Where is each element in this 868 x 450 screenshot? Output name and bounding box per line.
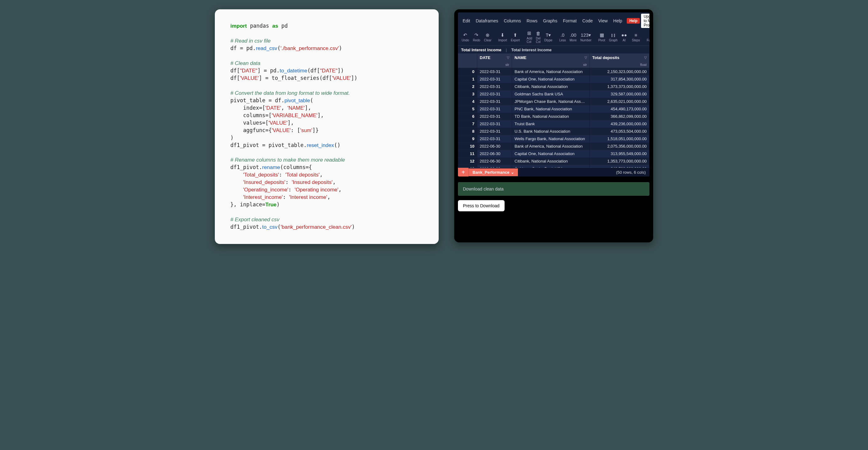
cell-date[interactable]: 2022-03-31 xyxy=(477,83,512,90)
cell-name[interactable]: Citibank, National Association xyxy=(512,158,590,165)
cell-name[interactable]: Wells Fargo Bank, National Association xyxy=(512,135,590,142)
cell-name[interactable]: Truist Bank xyxy=(512,120,590,127)
filter-icon[interactable]: ▽ xyxy=(585,56,587,60)
cell-date[interactable]: 2022-06-30 xyxy=(477,158,512,165)
menu-help[interactable]: Help xyxy=(611,18,625,24)
add-sheet-button[interactable]: + xyxy=(458,168,468,176)
cell-date[interactable]: 2022-06-30 xyxy=(477,150,512,157)
toolbar-graph-button[interactable]: ⫿⫿Graph xyxy=(608,32,619,42)
cell-date[interactable]: 2022-03-31 xyxy=(477,68,512,75)
toolbar-number-button[interactable]: 123▾Number xyxy=(579,32,593,42)
column-header-index[interactable] xyxy=(458,54,477,68)
upgrade-button[interactable]: Upgrade to Mito Pro xyxy=(641,14,649,28)
menu-view[interactable]: View xyxy=(596,18,610,24)
menu-edit[interactable]: Edit xyxy=(460,18,472,24)
help-badge[interactable]: Help xyxy=(627,18,640,24)
filter-icon[interactable]: ▽ xyxy=(507,56,509,60)
cell-date[interactable]: 2022-06-30 xyxy=(477,142,512,150)
cell-total-deposits[interactable]: 366,862,099,000.00 xyxy=(590,113,649,120)
cell-name[interactable]: PNC Bank, National Association xyxy=(512,105,590,112)
cell-total-deposits[interactable]: 454,490,173,000.00 xyxy=(590,105,649,112)
sheet-tab-label: Bank_Performance xyxy=(472,170,509,175)
table-row[interactable]: 02022-03-31Bank of America, National Ass… xyxy=(458,68,649,75)
toolbar-import-button[interactable]: ⬇Import xyxy=(497,32,508,42)
toolbar-ai-button[interactable]: ●●AI xyxy=(620,32,628,42)
table-row[interactable]: 132022-06-30Goldman Sachs Bank USA348,79… xyxy=(458,165,649,167)
toolbar-export-button[interactable]: ⬆Export xyxy=(509,32,521,42)
cell-total-deposits[interactable]: 1,373,373,000,000.00 xyxy=(590,83,649,90)
cell-date[interactable]: 2022-03-31 xyxy=(477,98,512,105)
filter-icon[interactable]: ▽ xyxy=(644,56,647,60)
tab-total-interest-income-1[interactable]: Total Interest Income xyxy=(461,47,501,52)
cell-date[interactable]: 2022-03-31 xyxy=(477,120,512,127)
toolbar-dtype-button[interactable]: T▾Dtype xyxy=(543,32,554,42)
menu-rows[interactable]: Rows xyxy=(524,18,540,24)
sheet-tab-bank-performance[interactable]: Bank_Performance ⌄ xyxy=(468,168,518,176)
table-row[interactable]: 32022-03-31Goldman Sachs Bank USA329,587… xyxy=(458,90,649,98)
table-row[interactable]: 62022-03-31TD Bank, National Association… xyxy=(458,113,649,120)
toolbar-add-col-button[interactable]: ⊞Add Col xyxy=(525,30,533,43)
cell-total-deposits[interactable]: 348,792,000,000.00 xyxy=(590,165,649,167)
grid-body: 02022-03-31Bank of America, National Ass… xyxy=(458,68,649,167)
cell-name[interactable]: Goldman Sachs Bank USA xyxy=(512,165,590,167)
column-dtype: float xyxy=(640,63,647,66)
column-header-name[interactable]: NAME▽str xyxy=(512,54,590,68)
cell-name[interactable]: Capital One, National Association xyxy=(512,75,590,83)
toolbar-redo-button[interactable]: ↷Redo xyxy=(472,32,482,42)
download-button[interactable]: Press to Download xyxy=(458,200,504,211)
cell-total-deposits[interactable]: 317,854,300,000.00 xyxy=(590,75,649,83)
cell-date[interactable]: 2022-03-31 xyxy=(477,113,512,120)
table-row[interactable]: 22022-03-31Citibank, National Associatio… xyxy=(458,83,649,90)
cell-total-deposits[interactable]: 2,150,323,000,000.00 xyxy=(590,68,649,75)
cell-total-deposits[interactable]: 2,075,356,000,000.00 xyxy=(590,142,649,150)
cell-date[interactable]: 2022-03-31 xyxy=(477,135,512,142)
cell-total-deposits[interactable]: 473,053,504,000.00 xyxy=(590,128,649,135)
add-col-icon: ⊞ xyxy=(527,30,531,36)
cell-date[interactable]: 2022-03-31 xyxy=(477,128,512,135)
menu-graphs[interactable]: Graphs xyxy=(541,18,560,24)
cell-total-deposits[interactable]: 1,518,051,000,000.00 xyxy=(590,135,649,142)
menu-dataframes[interactable]: Dataframes xyxy=(473,18,500,24)
cell-total-deposits[interactable]: 329,587,000,000.00 xyxy=(590,90,649,98)
cell-name[interactable]: Citibank, National Association xyxy=(512,83,590,90)
toolbar-pivot-button[interactable]: ▦Pivot xyxy=(597,32,606,42)
table-row[interactable]: 72022-03-31Truist Bank439,236,000,000.00 xyxy=(458,120,649,128)
cell-name[interactable]: U.S. Bank National Association xyxy=(512,128,590,135)
column-header-date[interactable]: DATE▽str xyxy=(477,54,512,68)
toolbar-more-button[interactable]: .00More xyxy=(568,32,578,42)
table-row[interactable]: 122022-06-30Citibank, National Associati… xyxy=(458,158,649,165)
table-row[interactable]: 112022-06-30Capital One, National Associ… xyxy=(458,150,649,158)
cell-date[interactable]: 2022-03-31 xyxy=(477,90,512,98)
tab-total-interest-income-2[interactable]: Total Interest Income xyxy=(511,47,552,52)
menu-format[interactable]: Format xyxy=(561,18,579,24)
table-row[interactable]: 12022-03-31Capital One, National Associa… xyxy=(458,75,649,83)
cell-date[interactable]: 2022-03-31 xyxy=(477,75,512,83)
menu-columns[interactable]: Columns xyxy=(501,18,523,24)
cell-name[interactable]: JPMorgan Chase Bank, National Associa… xyxy=(512,98,590,105)
cell-date[interactable]: 2022-06-30 xyxy=(477,165,512,167)
cell-name[interactable]: Bank of America, National Association xyxy=(512,142,590,150)
toolbar-clear-button[interactable]: ⊗Clear xyxy=(483,32,493,42)
column-dtype: str xyxy=(505,63,509,66)
table-row[interactable]: 52022-03-31PNC Bank, National Associatio… xyxy=(458,105,649,113)
table-row[interactable]: 82022-03-31U.S. Bank National Associatio… xyxy=(458,128,649,135)
toolbar-fullscreen-button[interactable]: ⤢Fullscreen xyxy=(645,32,649,42)
cell-date[interactable]: 2022-03-31 xyxy=(477,105,512,112)
table-row[interactable]: 92022-03-31Wells Fargo Bank, National As… xyxy=(458,135,649,142)
toolbar-undo-button[interactable]: ↶Undo xyxy=(460,32,470,42)
menu-code[interactable]: Code xyxy=(580,18,595,24)
table-row[interactable]: 102022-06-30Bank of America, National As… xyxy=(458,142,649,150)
cell-name[interactable]: Goldman Sachs Bank USA xyxy=(512,90,590,98)
toolbar-less-button[interactable]: .0Less xyxy=(558,32,567,42)
toolbar-del-col-button[interactable]: 🗑Del Col xyxy=(535,30,542,43)
table-row[interactable]: 42022-03-31JPMorgan Chase Bank, National… xyxy=(458,98,649,105)
cell-total-deposits[interactable]: 2,635,021,000,000.00 xyxy=(590,98,649,105)
cell-total-deposits[interactable]: 1,353,773,000,000.00 xyxy=(590,158,649,165)
cell-total-deposits[interactable]: 439,236,000,000.00 xyxy=(590,120,649,127)
toolbar-steps-button[interactable]: ≡Steps xyxy=(631,32,641,42)
column-header-total-deposits[interactable]: Total deposits▽float xyxy=(590,54,649,68)
cell-name[interactable]: Bank of America, National Association xyxy=(512,68,590,75)
cell-name[interactable]: TD Bank, National Association xyxy=(512,113,590,120)
cell-total-deposits[interactable]: 313,955,549,000.00 xyxy=(590,150,649,157)
cell-name[interactable]: Capital One, National Association xyxy=(512,150,590,157)
